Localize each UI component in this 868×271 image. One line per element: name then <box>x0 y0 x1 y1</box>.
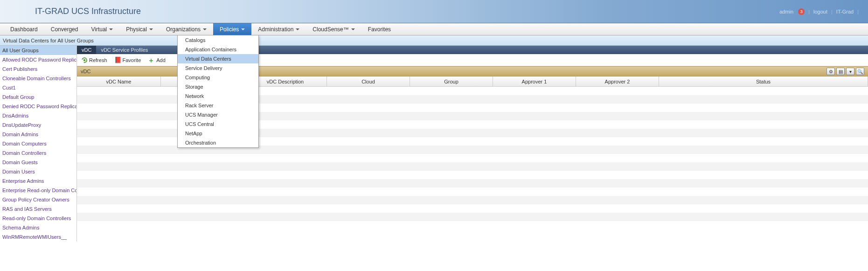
filter-icon[interactable]: ▾ <box>846 68 854 75</box>
sidebar-item[interactable]: Denied RODC Password Replication <box>0 102 76 111</box>
dropdown-item-netapp[interactable]: NetApp <box>178 129 258 138</box>
plus-icon: ＋ <box>148 57 154 63</box>
refresh-button[interactable]: Refresh <box>82 57 107 63</box>
add-label: Add <box>156 57 166 63</box>
sidebar-item[interactable]: WinRMRemoteWMIUsers__ <box>0 232 76 242</box>
column-header[interactable]: Approver 1 <box>493 76 576 86</box>
dropdown-item-rack-server[interactable]: Rack Server <box>178 101 258 110</box>
menu-item-dashboard[interactable]: Dashboard <box>4 23 44 35</box>
tab-vdc[interactable]: vDC <box>77 46 96 54</box>
menu-item-administration[interactable]: Administration <box>251 23 306 35</box>
dropdown-item-ucs-central[interactable]: UCS Central <box>178 119 258 129</box>
favorite-icon: 📕 <box>114 57 121 63</box>
menu-item-virtual[interactable]: Virtual <box>84 23 119 35</box>
refresh-icon <box>81 56 88 63</box>
menu-item-organizations[interactable]: Organizations <box>160 23 213 35</box>
dropdown-item-computing[interactable]: Computing <box>178 73 258 82</box>
sidebar-item[interactable]: Cloneable Domain Controllers <box>0 74 76 83</box>
sidebar-item[interactable]: DnsUpdateProxy <box>0 120 76 130</box>
settings-icon[interactable]: ⚙ <box>826 68 835 75</box>
main-menubar: DashboardConvergedVirtualPhysicalOrganiz… <box>0 23 868 35</box>
sidebar-item[interactable]: Domain Admins <box>0 130 76 139</box>
chevron-down-icon <box>241 28 245 30</box>
sidebar-item[interactable]: All User Groups <box>0 46 76 55</box>
sidebar-item[interactable]: Default Group <box>0 92 76 102</box>
dropdown-item-catalogs[interactable]: Catalogs <box>178 35 258 45</box>
band-icons: ⚙ ▤ ▾ 🔍 <box>826 68 864 75</box>
menu-label: Favorites <box>368 26 391 33</box>
sidebar-item[interactable]: Allowed RODC Password Replication <box>0 55 76 64</box>
column-header[interactable]: Cloud <box>327 76 410 86</box>
table-row <box>77 188 868 196</box>
sidebar-item[interactable]: Schema Admins <box>0 223 76 232</box>
chevron-down-icon <box>203 28 207 30</box>
dropdown-item-ucs-manager[interactable]: UCS Manager <box>178 110 258 119</box>
menu-item-converged[interactable]: Converged <box>44 23 85 35</box>
chevron-down-icon <box>149 28 153 30</box>
menu-label: Administration <box>258 26 293 33</box>
sidebar-item[interactable]: Domain Guests <box>0 158 76 167</box>
dropdown-item-application-containers[interactable]: Application Containers <box>178 45 258 54</box>
tenant-link[interactable]: IT-Grad <box>836 9 854 14</box>
menu-item-cloudsense-[interactable]: CloudSense™ <box>306 23 361 35</box>
menu-item-favorites[interactable]: Favorites <box>361 23 397 35</box>
sidebar-item[interactable]: Enterprise Admins <box>0 176 76 186</box>
table-row <box>77 179 868 188</box>
policies-dropdown: CatalogsApplication ContainersVirtual Da… <box>177 35 259 148</box>
column-header[interactable]: Approver 2 <box>576 76 659 86</box>
menu-label: Physical <box>126 26 147 33</box>
sidebar-item[interactable]: Domain Controllers <box>0 148 76 158</box>
table-row <box>77 154 868 162</box>
main-layout: All User GroupsAllowed RODC Password Rep… <box>0 46 868 242</box>
table-row <box>77 213 868 221</box>
favorite-button[interactable]: 📕 Favorite <box>114 57 141 63</box>
menu-item-policies[interactable]: Policies <box>213 23 251 35</box>
sidebar-item[interactable]: RAS and IAS Servers <box>0 204 76 214</box>
export-icon[interactable]: ▤ <box>836 68 845 75</box>
column-header[interactable]: Group <box>410 76 493 86</box>
add-button[interactable]: ＋ Add <box>148 57 166 63</box>
sidebar: All User GroupsAllowed RODC Password Rep… <box>0 46 77 242</box>
sidebar-item[interactable]: Cust1 <box>0 83 76 92</box>
separator: | <box>831 9 833 14</box>
tab-vdc-service-profiles[interactable]: vDC Service Profiles <box>96 46 153 54</box>
notification-badge[interactable]: 3 <box>798 8 805 15</box>
sidebar-item[interactable]: Read-only Domain Controllers <box>0 214 76 223</box>
search-icon[interactable]: 🔍 <box>856 68 864 75</box>
separator: | <box>857 9 859 14</box>
sidebar-item[interactable]: Enterprise Read-only Domain Con <box>0 186 76 195</box>
band-title: vDC <box>81 69 90 74</box>
chevron-down-icon <box>351 28 355 30</box>
dropdown-item-orchestration[interactable]: Orchestration <box>178 138 258 147</box>
separator: | <box>808 9 810 14</box>
logout-link[interactable]: logout <box>813 9 827 14</box>
refresh-label: Refresh <box>89 57 107 63</box>
dropdown-item-service-delivery[interactable]: Service Delivery <box>178 63 258 73</box>
sub-header-text: Virtual Data Centers for All User Groups <box>3 38 94 43</box>
dropdown-item-storage[interactable]: Storage <box>178 82 258 91</box>
menu-label: Policies <box>220 26 239 33</box>
dropdown-item-virtual-data-centers[interactable]: Virtual Data Centers <box>178 54 258 63</box>
table-row <box>77 171 868 179</box>
menu-item-physical[interactable]: Physical <box>119 23 160 35</box>
sidebar-item[interactable]: Group Policy Creator Owners <box>0 195 76 204</box>
sidebar-item[interactable]: DnsAdmins <box>0 111 76 120</box>
sidebar-item[interactable]: Domain Computers <box>0 139 76 148</box>
page-title: IT-GRAD UCS Infrastructure <box>35 7 141 16</box>
table-row <box>77 162 868 171</box>
menu-label: CloudSense™ <box>312 26 348 33</box>
column-header[interactable]: Status <box>659 76 868 86</box>
column-header[interactable]: vDC Name <box>77 76 161 86</box>
user-label[interactable]: admin <box>779 9 793 14</box>
sidebar-item[interactable]: Domain Users <box>0 167 76 176</box>
dropdown-item-network[interactable]: Network <box>178 91 258 101</box>
menu-label: Converged <box>51 26 78 33</box>
app-header: IT-GRAD UCS Infrastructure admin 3 | log… <box>0 0 868 23</box>
sidebar-item[interactable]: Cert Publishers <box>0 64 76 74</box>
chevron-down-icon <box>109 28 113 30</box>
table-row <box>77 204 868 213</box>
favorite-label: Favorite <box>123 57 141 63</box>
sub-header: Virtual Data Centers for All User Groups <box>0 35 868 46</box>
chevron-down-icon <box>296 28 299 30</box>
header-right: admin 3 | logout | IT-Grad | <box>779 8 859 15</box>
